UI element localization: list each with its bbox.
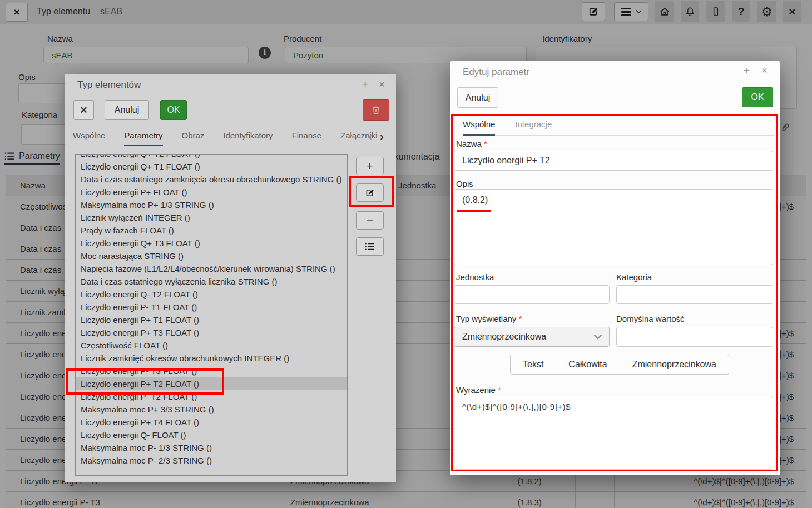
dialog-kategoria-label: Kategoria bbox=[616, 272, 652, 282]
type-button-tekst[interactable]: Tekst bbox=[510, 355, 556, 375]
dialog-opis-textarea[interactable]: (0.8.2) bbox=[454, 189, 773, 265]
dialog-wyrazenie-textarea[interactable]: ^(\d+)$|^([0-9]+(\.|,)[0-9]+)$ bbox=[454, 396, 773, 470]
type-button-całkowita[interactable]: Całkowita bbox=[556, 355, 620, 375]
dialog-ok-button[interactable]: OK bbox=[742, 87, 773, 107]
dialog-kategoria-input[interactable] bbox=[616, 285, 773, 304]
dialog-wyrazenie-label: Wyrażenie * bbox=[456, 385, 501, 395]
dialog-typ-label: Typ wyświetlany * bbox=[456, 314, 522, 323]
chevron-down-icon bbox=[593, 334, 602, 340]
dialog-tab-integracje[interactable]: Integracje bbox=[515, 119, 552, 135]
dialog-jednostka-label: Jednostka bbox=[456, 272, 494, 282]
type-button-zmiennoprzecinkowa[interactable]: Zmiennoprzecinkowa bbox=[620, 355, 729, 375]
dialog-opis-label: Opis bbox=[456, 179, 473, 188]
dialog-title: Edytuj parametr bbox=[463, 67, 529, 78]
edytuj-parametr-dialog: Edytuj parametr + × Anuluj OK WspólneInt… bbox=[450, 61, 780, 475]
dialog-tab-bar: WspólneIntegracje bbox=[463, 119, 775, 136]
dialog-domyslna-label: Domyślna wartość bbox=[616, 314, 685, 323]
dialog-domyslna-input[interactable] bbox=[616, 327, 773, 347]
dialog-expand-icon[interactable]: + bbox=[744, 64, 750, 77]
dialog-nazwa-input[interactable]: Liczydło energii P+ T2 bbox=[454, 151, 773, 171]
type-button-group: TekstCałkowitaZmiennoprzecinkowa bbox=[510, 355, 729, 375]
dialog-tab-wspólne[interactable]: Wspólne bbox=[463, 119, 495, 136]
dialog-anuluj-button[interactable]: Anuluj bbox=[457, 87, 498, 108]
dialog-nazwa-label: Nazwa * bbox=[456, 139, 487, 148]
dialog-close-icon[interactable]: × bbox=[761, 64, 768, 77]
screen: × Typ elementusEAB ? ⚙ bbox=[0, 0, 812, 508]
dialog-typ-value: Zmiennoprzecinkowa bbox=[462, 332, 546, 342]
dialog-typ-select[interactable]: Zmiennoprzecinkowa bbox=[454, 327, 610, 347]
dialog-jednostka-input[interactable] bbox=[454, 285, 610, 304]
